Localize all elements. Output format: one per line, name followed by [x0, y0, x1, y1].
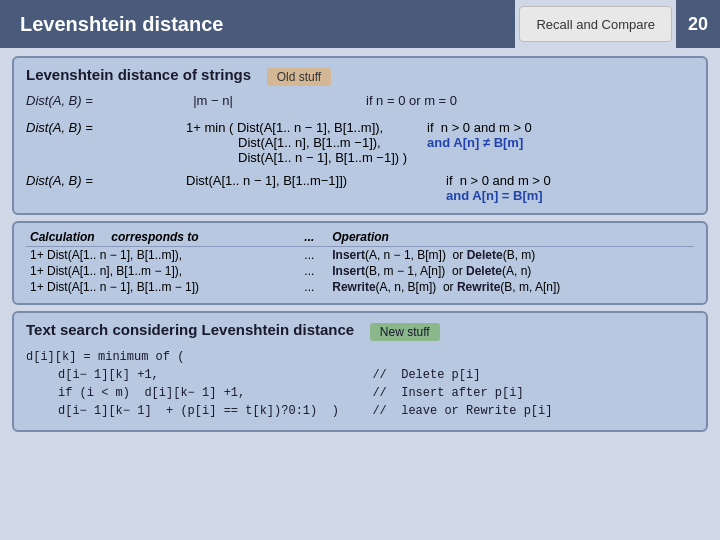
equal-right: Dist(A[1.. n − 1], B[1..m−1]]) [186, 173, 446, 203]
bottom-title-row: Text search considering Levenshtein dist… [26, 321, 694, 342]
code-line-3: d[i− 1][k− 1] + (p[i] == t[k])?0:1) ) //… [58, 402, 694, 420]
calc-table: Calculation corresponds to ... Operation… [26, 229, 694, 295]
base-right: |m − n| [186, 93, 326, 108]
calc-section-box: Calculation corresponds to ... Operation… [12, 221, 708, 305]
page-number: 20 [676, 0, 720, 48]
base-condition: if n = 0 or m = 0 [366, 93, 457, 108]
equal-left: Dist(A, B) = [26, 173, 186, 203]
calc-row-3-op: Rewrite(A, n, B[m]) or Rewrite(B, m, A[n… [328, 279, 694, 295]
code-line-1-code: d[i− 1][k] +1, [58, 366, 358, 384]
calc-header-row: Calculation corresponds to ... Operation [26, 229, 694, 247]
calc-row-2-op: Insert(B, m − 1, A[n]) or Delete(A, n) [328, 263, 694, 279]
code-line-2: if (i < m) d[i][k− 1] +1, // Insert afte… [58, 384, 694, 402]
code-line-2-code: if (i < m) d[i][k− 1] +1, [58, 384, 358, 402]
calc-row-2-dots: ... [300, 263, 328, 279]
slide-title: Levenshtein distance [0, 0, 515, 48]
recall-badge: Recall and Compare [519, 6, 672, 42]
top-section-title: Levenshtein distance of strings [26, 66, 251, 83]
recall-label: Recall and Compare [536, 17, 655, 32]
base-left: Dist(A, B) = [26, 93, 186, 108]
dots-col-header: ... [300, 229, 328, 247]
equal-condition: if n > 0 and m > 0 and A[n] = B[m] [446, 173, 551, 203]
calc-row-2-calc: 1+ Dist(A[1.. n], B[1..m − 1]), [26, 263, 300, 279]
code-line-2-comment: // Insert after p[i] [358, 384, 524, 402]
formula-base-case: Dist(A, B) = |m − n| if n = 0 or m = 0 [26, 93, 694, 108]
formula-equal: Dist(A, B) = Dist(A[1.. n − 1], B[1..m−1… [26, 173, 694, 203]
calc-row-1-op: Insert(A, n − 1, B[m]) or Delete(B, m) [328, 247, 694, 264]
new-stuff-badge: New stuff [370, 323, 440, 341]
code-line-1: d[i− 1][k] +1, // Delete p[i] [58, 366, 694, 384]
code-line-3-code: d[i− 1][k− 1] + (p[i] == t[k])?0:1) ) [58, 402, 358, 420]
top-section-box: Levenshtein distance of strings Old stuf… [12, 56, 708, 215]
code-block: d[i][k] = minimum of ( d[i− 1][k] +1, //… [26, 348, 694, 420]
bottom-section-box: Text search considering Levenshtein dist… [12, 311, 708, 432]
bottom-section-title: Text search considering Levenshtein dist… [26, 321, 354, 338]
recursive-left: Dist(A, B) = [26, 120, 186, 165]
calc-row-1-dots: ... [300, 247, 328, 264]
calc-row-3-dots: ... [300, 279, 328, 295]
main-content: Levenshtein distance of strings Old stuf… [0, 48, 720, 446]
code-line-1-comment: // Delete p[i] [358, 366, 480, 384]
recursive-middle: 1+ min ( Dist(A[1.. n − 1], B[1..m]), Di… [186, 120, 407, 165]
old-stuff-badge: Old stuff [267, 68, 331, 86]
calc-row-1-calc: 1+ Dist(A[1.. n − 1], B[1..m]), [26, 247, 300, 264]
calc-row-3-calc: 1+ Dist(A[1.. n − 1], B[1..m − 1]) [26, 279, 300, 295]
calc-col-header: Calculation corresponds to [26, 229, 300, 247]
code-line-3-comment: // leave or Rewrite p[i] [358, 402, 552, 420]
code-intro: d[i][k] = minimum of ( [26, 348, 694, 366]
title-text: Levenshtein distance [20, 13, 223, 36]
op-col-header: Operation [328, 229, 694, 247]
calc-row-3: 1+ Dist(A[1.. n − 1], B[1..m − 1]) ... R… [26, 279, 694, 295]
slide: Levenshtein distance Recall and Compare … [0, 0, 720, 540]
header: Levenshtein distance Recall and Compare … [0, 0, 720, 48]
calc-row-1: 1+ Dist(A[1.. n − 1], B[1..m]), ... Inse… [26, 247, 694, 264]
formula-recursive: Dist(A, B) = 1+ min ( Dist(A[1.. n − 1],… [26, 120, 694, 165]
calc-row-2: 1+ Dist(A[1.. n], B[1..m − 1]), ... Inse… [26, 263, 694, 279]
recursive-condition: if n > 0 and m > 0 and A[n] ≠ B[m] [427, 120, 532, 165]
